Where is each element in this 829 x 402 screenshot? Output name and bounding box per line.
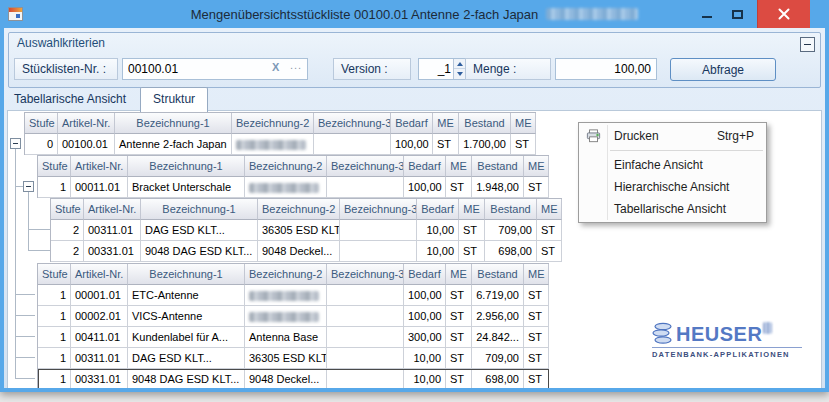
column-header-bedarf[interactable]: Bedarf xyxy=(417,199,459,220)
menu-item-tabellarische-ansicht[interactable]: Tabellarische Ansicht xyxy=(579,198,766,220)
column-header-me[interactable]: ME xyxy=(459,199,485,220)
menge-input[interactable] xyxy=(555,58,657,80)
table-row[interactable]: 100311.01DAG ESD KLT...36305 ESD KLT10,0… xyxy=(38,348,549,369)
context-menu: DruckenStrg+PEinfache AnsichtHierarchisc… xyxy=(578,122,767,223)
tree-connector xyxy=(15,294,35,295)
cell: 300,00 xyxy=(404,327,446,348)
table-row[interactable]: 100411.01Kundenlabel für A...Antenna Bas… xyxy=(38,327,549,348)
cell: 9048 Deckel... xyxy=(245,369,327,388)
table-row[interactable]: 100002.01VICS-Antenne100,00ST2.956,00ST xyxy=(38,306,549,327)
column-header-bezeichnung-2[interactable]: Bezeichnung-2 xyxy=(245,264,327,285)
cell xyxy=(327,177,404,198)
cell: VICS-Antenne xyxy=(128,306,245,327)
column-header-artikel-nr-[interactable]: Artikel-Nr. xyxy=(58,113,115,134)
window-title-text: Mengenübersichtsstückliste 00100.01 Ante… xyxy=(191,7,539,22)
redacted-text xyxy=(236,140,306,150)
cell: 10,00 xyxy=(404,348,446,369)
minimize-button[interactable] xyxy=(695,0,719,28)
column-header-bestand[interactable]: Bestand xyxy=(485,199,537,220)
collapse-criteria-icon[interactable] xyxy=(800,37,815,52)
clear-icon[interactable]: X xyxy=(272,61,279,73)
cell: ST xyxy=(446,306,472,327)
tabstrip: Tabellarische AnsichtStruktur xyxy=(8,88,208,111)
column-header-bezeichnung-1[interactable]: Bezeichnung-1 xyxy=(128,156,245,177)
column-header-artikel-nr-[interactable]: Artikel-Nr. xyxy=(71,156,128,177)
column-header-bezeichnung-3[interactable]: Bezeichnung-3 xyxy=(327,156,404,177)
cell: 9048 DAG ESD KLT... xyxy=(141,241,258,262)
stuecklisten-input[interactable] xyxy=(122,58,308,80)
cell xyxy=(314,134,391,155)
column-header-bezeichnung-3[interactable]: Bezeichnung-3 xyxy=(314,113,391,134)
menu-item-einfache-ansicht[interactable]: Einfache Ansicht xyxy=(579,154,766,176)
menu-item-drucken[interactable]: DruckenStrg+P xyxy=(579,125,766,147)
column-header-me[interactable]: ME xyxy=(433,113,459,134)
menu-item-label: Drucken xyxy=(607,129,659,143)
cell: 36305 ESD KLT xyxy=(258,220,340,241)
version-input[interactable] xyxy=(419,59,453,79)
cell: 2 xyxy=(51,220,84,241)
close-icon xyxy=(778,8,790,20)
column-header-bezeichnung-2[interactable]: Bezeichnung-2 xyxy=(245,156,327,177)
collapse-expander-icon[interactable] xyxy=(10,138,21,149)
cell: ST xyxy=(511,134,536,155)
column-header-stufe[interactable]: Stufe xyxy=(51,199,84,220)
table-row[interactable]: 200331.019048 DAG ESD KLT...9048 Deckel.… xyxy=(51,241,562,262)
column-header-bedarf[interactable]: Bedarf xyxy=(404,156,446,177)
abfrage-button[interactable]: Abfrage xyxy=(670,58,776,81)
column-header-bezeichnung-1[interactable]: Bezeichnung-1 xyxy=(141,199,258,220)
collapse-expander-icon[interactable] xyxy=(23,181,34,192)
cell: 36305 ESD KLT xyxy=(245,348,327,369)
column-header-bestand[interactable]: Bestand xyxy=(472,156,524,177)
cell xyxy=(245,285,327,306)
maximize-button[interactable] xyxy=(724,0,750,28)
cell xyxy=(232,134,314,155)
column-header-bedarf[interactable]: Bedarf xyxy=(391,113,433,134)
column-header-me[interactable]: ME xyxy=(511,113,536,134)
tab-tabellarische-ansicht[interactable]: Tabellarische Ansicht xyxy=(8,88,140,111)
table-row[interactable]: 100011.01Bracket Unterschale100,00ST1.94… xyxy=(38,177,549,198)
column-header-me[interactable]: ME xyxy=(446,156,472,177)
column-header-artikel-nr-[interactable]: Artikel-Nr. xyxy=(84,199,141,220)
column-header-artikel-nr-[interactable]: Artikel-Nr. xyxy=(71,264,128,285)
menge-label: Menge : xyxy=(465,58,551,80)
cell: 1 xyxy=(38,348,71,369)
browse-ellipsis-button[interactable]: ... xyxy=(290,59,302,71)
stuecklisten-label: Stücklisten-Nr. : xyxy=(14,58,118,80)
column-header-bezeichnung-3[interactable]: Bezeichnung-3 xyxy=(327,264,404,285)
column-header-me[interactable]: ME xyxy=(524,156,549,177)
cell: 0 xyxy=(25,134,58,155)
column-header-bezeichnung-1[interactable]: Bezeichnung-1 xyxy=(115,113,232,134)
cell: ST xyxy=(524,369,549,388)
cell: 1.948,00 xyxy=(472,177,524,198)
table-header-row: StufeArtikel-Nr.Bezeichnung-1Bezeichnung… xyxy=(51,199,562,220)
column-header-stufe[interactable]: Stufe xyxy=(25,113,58,134)
table-row[interactable]: 100331.019048 DAG ESD KLT...9048 Deckel.… xyxy=(38,369,549,388)
close-button[interactable] xyxy=(757,0,810,28)
table-row[interactable]: 200311.01DAG ESD KLT...36305 ESD KLT10,0… xyxy=(51,220,562,241)
cell: 709,00 xyxy=(485,220,537,241)
column-header-bezeichnung-2[interactable]: Bezeichnung-2 xyxy=(232,113,314,134)
cell: ST xyxy=(446,369,472,388)
cell: ST xyxy=(537,220,562,241)
table-row[interactable]: 000100.01Antenne 2-fach Japan100,00ST1.7… xyxy=(25,134,536,155)
column-header-bezeichnung-1[interactable]: Bezeichnung-1 xyxy=(128,264,245,285)
column-header-bestand[interactable]: Bestand xyxy=(472,264,524,285)
column-header-me[interactable]: ME xyxy=(537,199,562,220)
menu-item-hierarchische-ansicht[interactable]: Hierarchische Ansicht xyxy=(579,176,766,198)
table-header-row: StufeArtikel-Nr.Bezeichnung-1Bezeichnung… xyxy=(25,113,536,134)
cell: Bracket Unterschale xyxy=(128,177,245,198)
column-header-bezeichnung-3[interactable]: Bezeichnung-3 xyxy=(340,199,417,220)
redacted-text xyxy=(546,8,638,20)
bom-table-level-0: StufeArtikel-Nr.Bezeichnung-1Bezeichnung… xyxy=(24,112,536,155)
column-header-bedarf[interactable]: Bedarf xyxy=(404,264,446,285)
down-arrow-icon xyxy=(457,72,463,76)
column-header-bezeichnung-2[interactable]: Bezeichnung-2 xyxy=(258,199,340,220)
tab-struktur[interactable]: Struktur xyxy=(140,87,208,112)
column-header-bestand[interactable]: Bestand xyxy=(459,113,511,134)
column-header-stufe[interactable]: Stufe xyxy=(38,156,71,177)
cell: ST xyxy=(524,306,549,327)
column-header-stufe[interactable]: Stufe xyxy=(38,264,71,285)
table-row[interactable]: 100001.01ETC-Antenne100,00ST6.719,00ST xyxy=(38,285,549,306)
column-header-me[interactable]: ME xyxy=(524,264,549,285)
column-header-me[interactable]: ME xyxy=(446,264,472,285)
